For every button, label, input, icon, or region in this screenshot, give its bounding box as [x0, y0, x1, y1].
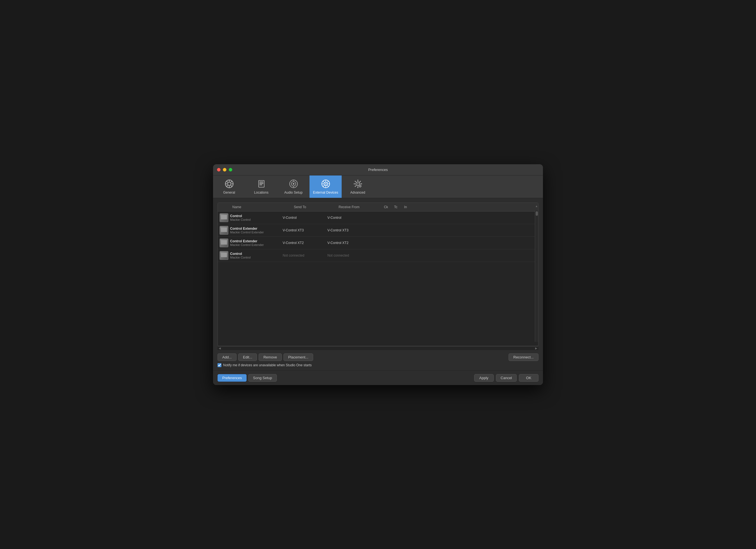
- add-button[interactable]: Add...: [218, 354, 237, 361]
- scroll-right-arrow[interactable]: ▶: [534, 347, 538, 350]
- cell-sendto: V-Control: [280, 214, 325, 221]
- svg-rect-45: [359, 186, 360, 186]
- minimize-button[interactable]: [223, 168, 226, 171]
- col-header-tc: Tc: [391, 204, 401, 210]
- svg-line-6: [226, 181, 228, 182]
- horizontal-scrollbar[interactable]: ◀ ▶: [218, 346, 538, 350]
- title-bar: Preferences: [213, 164, 543, 175]
- device-subname: Mackie Control Extender: [230, 230, 280, 234]
- device-name: Control: [230, 214, 280, 218]
- device-name-cell: Control Extender Mackie Control Extender: [230, 227, 280, 234]
- tab-locations[interactable]: Locations: [245, 175, 277, 198]
- col-header-sendto: Send To: [292, 204, 336, 210]
- device-name-cell: Control Mackie Control: [230, 214, 280, 221]
- window-title: Preferences: [368, 168, 388, 172]
- tab-advanced-label: Advanced: [350, 190, 365, 194]
- tab-general-label: General: [223, 190, 235, 194]
- svg-line-7: [231, 185, 232, 187]
- ok-button[interactable]: OK: [519, 374, 538, 382]
- svg-rect-11: [259, 181, 263, 182]
- button-bar: Add... Edit... Remove Placement... Recon…: [213, 350, 543, 363]
- svg-rect-13: [259, 184, 262, 185]
- svg-point-16: [293, 183, 294, 185]
- scroll-left-arrow[interactable]: ◀: [218, 347, 222, 350]
- tab-audio-setup[interactable]: Audio Setup: [277, 175, 310, 198]
- svg-point-31: [357, 183, 358, 184]
- device-name: Control: [230, 252, 280, 256]
- cell-in: [389, 242, 399, 244]
- edit-button[interactable]: Edit...: [238, 354, 257, 361]
- notify-label: Notify me if devices are unavailable whe…: [223, 363, 312, 367]
- tab-general[interactable]: General: [213, 175, 245, 198]
- table-header: Name Send To Receive From Ck Tc In ▲: [218, 203, 538, 211]
- bottom-left-buttons: Preferences Song Setup: [218, 374, 277, 382]
- svg-rect-12: [259, 183, 263, 184]
- tab-audio-setup-label: Audio Setup: [284, 190, 303, 194]
- cell-in: [389, 216, 399, 219]
- svg-point-21: [325, 183, 326, 184]
- device-name-cell: Control Extender Mackie Control Extender: [230, 239, 280, 246]
- cell-receivefrom: V-Control XT3: [325, 227, 370, 233]
- cell-ck: [370, 229, 380, 231]
- external-devices-icon: [321, 179, 331, 189]
- svg-rect-36: [355, 180, 356, 182]
- maximize-button[interactable]: [229, 168, 232, 171]
- bottom-right-buttons: Apply Cancel OK: [474, 374, 538, 382]
- tab-external-devices[interactable]: External Devices: [310, 175, 342, 198]
- tab-locations-label: Locations: [254, 190, 268, 194]
- svg-line-26: [323, 181, 324, 182]
- table-row[interactable]: Control Extender Mackie Control Extender…: [218, 237, 538, 249]
- general-icon: [224, 179, 234, 189]
- notify-checkbox[interactable]: [218, 363, 221, 367]
- col-header-name: Name: [230, 204, 292, 210]
- svg-rect-33: [357, 187, 358, 188]
- device-name: Control Extender: [230, 227, 280, 230]
- cell-sendto-not-connected: Not connected: [280, 252, 325, 258]
- tab-advanced[interactable]: Advanced: [342, 175, 374, 198]
- svg-point-1: [228, 182, 231, 185]
- song-setup-button[interactable]: Song Setup: [248, 374, 277, 382]
- device-icon: [219, 251, 228, 260]
- col-header-ck: Ck: [381, 204, 391, 210]
- cell-receivefrom-not-connected: Not connected: [325, 252, 370, 258]
- vertical-scrollbar[interactable]: [535, 211, 538, 342]
- remove-button[interactable]: Remove: [259, 354, 282, 361]
- table-row[interactable]: Control Mackie Control Not connected Not…: [218, 249, 538, 262]
- placement-button[interactable]: Placement...: [283, 354, 313, 361]
- devices-table: Name Send To Receive From Ck Tc In ▲: [218, 202, 538, 346]
- cell-in: [389, 254, 399, 256]
- reconnect-button[interactable]: Reconnect...: [509, 354, 538, 361]
- device-subname: Mackie Control Extender: [230, 243, 280, 246]
- table-row[interactable]: Control Mackie Control V-Control V-Contr…: [218, 211, 538, 224]
- svg-line-28: [327, 181, 328, 182]
- cell-receivefrom: V-Control: [325, 214, 370, 221]
- svg-rect-44: [360, 187, 360, 187]
- cell-tc: [380, 216, 389, 219]
- svg-rect-43: [360, 185, 360, 185]
- content-area: Name Send To Receive From Ck Tc In ▲: [213, 202, 543, 385]
- svg-line-8: [231, 181, 232, 182]
- svg-rect-39: [355, 185, 356, 187]
- svg-line-9: [226, 185, 228, 187]
- toolbar: General Locations: [213, 175, 543, 198]
- notify-row: Notify me if devices are unavailable whe…: [213, 363, 543, 371]
- svg-line-27: [327, 185, 328, 186]
- device-icon: [219, 226, 228, 235]
- svg-line-29: [323, 185, 324, 186]
- cell-receivefrom: V-Control XT2: [325, 240, 370, 246]
- close-button[interactable]: [217, 168, 221, 171]
- traffic-lights: [217, 168, 232, 171]
- scroll-up-arrow[interactable]: ▲: [535, 204, 538, 210]
- device-name: Control Extender: [230, 239, 280, 243]
- cell-tc: [380, 242, 389, 244]
- preferences-button[interactable]: Preferences: [218, 374, 247, 382]
- col-header-in: In: [401, 204, 410, 210]
- svg-rect-35: [361, 183, 362, 184]
- cell-ck: [370, 254, 380, 256]
- locations-icon: [256, 179, 266, 189]
- cancel-button[interactable]: Cancel: [496, 374, 517, 382]
- device-icon: [219, 238, 228, 247]
- table-row[interactable]: Control Extender Mackie Control Extender…: [218, 224, 538, 237]
- scroll-thumb[interactable]: [536, 211, 538, 216]
- apply-button[interactable]: Apply: [474, 374, 494, 382]
